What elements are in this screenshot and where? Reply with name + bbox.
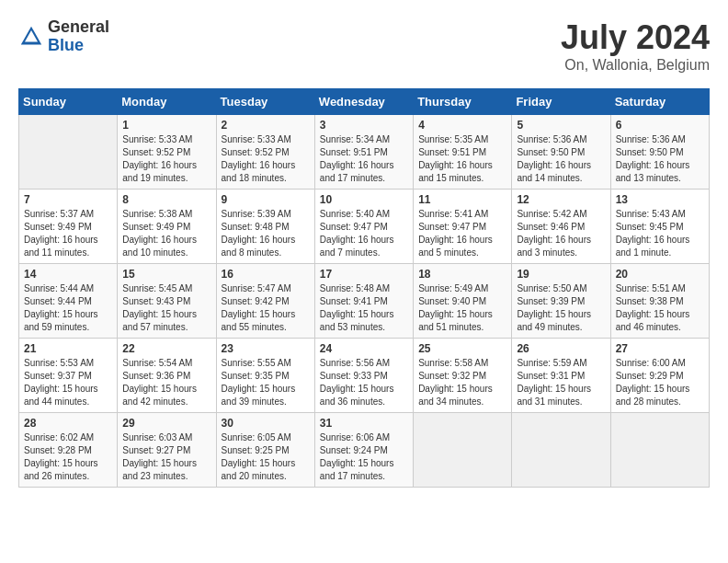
- col-wednesday: Wednesday: [314, 89, 413, 115]
- calendar-cell: 2 Sunrise: 5:33 AMSunset: 9:52 PMDayligh…: [216, 115, 314, 190]
- calendar-week-row: 28 Sunrise: 6:02 AMSunset: 9:28 PMDaylig…: [19, 413, 710, 488]
- calendar-cell: 10 Sunrise: 5:40 AMSunset: 9:47 PMDaylig…: [314, 190, 413, 264]
- day-number: 15: [122, 268, 210, 281]
- day-info: Sunrise: 5:43 AMSunset: 9:45 PMDaylight:…: [616, 208, 704, 259]
- day-number: 25: [418, 342, 506, 355]
- day-number: 23: [222, 342, 310, 355]
- calendar-cell: [19, 115, 118, 190]
- day-info: Sunrise: 5:48 AMSunset: 9:41 PMDaylight:…: [320, 282, 408, 334]
- calendar-cell: 11 Sunrise: 5:41 AMSunset: 9:47 PMDaylig…: [414, 190, 512, 264]
- page-header: General Blue July 2024 On, Wallonia, Bel…: [18, 18, 710, 74]
- day-info: Sunrise: 5:50 AMSunset: 9:39 PMDaylight:…: [517, 282, 605, 334]
- day-info: Sunrise: 5:38 AMSunset: 9:49 PMDaylight:…: [122, 208, 210, 259]
- calendar-week-row: 14 Sunrise: 5:44 AMSunset: 9:44 PMDaylig…: [19, 264, 710, 339]
- calendar-cell: 14 Sunrise: 5:44 AMSunset: 9:44 PMDaylig…: [19, 264, 118, 339]
- calendar-week-row: 21 Sunrise: 5:53 AMSunset: 9:37 PMDaylig…: [19, 339, 710, 413]
- day-info: Sunrise: 5:49 AMSunset: 9:40 PMDaylight:…: [418, 282, 506, 334]
- calendar-cell: 12 Sunrise: 5:42 AMSunset: 9:46 PMDaylig…: [512, 190, 610, 264]
- logo-general-text: General Blue: [48, 18, 109, 55]
- day-number: 6: [616, 119, 704, 132]
- day-info: Sunrise: 6:05 AMSunset: 9:25 PMDaylight:…: [222, 431, 310, 483]
- col-monday: Monday: [118, 89, 216, 115]
- day-number: 16: [222, 268, 310, 281]
- day-number: 12: [517, 193, 605, 206]
- day-number: 26: [517, 342, 605, 355]
- day-number: 18: [418, 268, 506, 281]
- calendar-table: Sunday Monday Tuesday Wednesday Thursday…: [18, 88, 710, 488]
- logo-icon: [18, 24, 44, 50]
- calendar-cell: 8 Sunrise: 5:38 AMSunset: 9:49 PMDayligh…: [118, 190, 216, 264]
- month-year-title: July 2024: [561, 18, 710, 57]
- calendar-cell: [512, 413, 610, 488]
- col-tuesday: Tuesday: [216, 89, 314, 115]
- calendar-cell: 21 Sunrise: 5:53 AMSunset: 9:37 PMDaylig…: [19, 339, 118, 413]
- day-info: Sunrise: 6:06 AMSunset: 9:24 PMDaylight:…: [320, 431, 408, 483]
- calendar-header-row: Sunday Monday Tuesday Wednesday Thursday…: [19, 89, 710, 115]
- calendar-cell: 28 Sunrise: 6:02 AMSunset: 9:28 PMDaylig…: [19, 413, 118, 488]
- day-number: 20: [616, 268, 704, 281]
- calendar-cell: 24 Sunrise: 5:56 AMSunset: 9:33 PMDaylig…: [314, 339, 413, 413]
- calendar-cell: 20 Sunrise: 5:51 AMSunset: 9:38 PMDaylig…: [610, 264, 709, 339]
- calendar-cell: 18 Sunrise: 5:49 AMSunset: 9:40 PMDaylig…: [414, 264, 512, 339]
- calendar-cell: 22 Sunrise: 5:54 AMSunset: 9:36 PMDaylig…: [118, 339, 216, 413]
- calendar-cell: 9 Sunrise: 5:39 AMSunset: 9:48 PMDayligh…: [216, 190, 314, 264]
- day-number: 9: [222, 193, 310, 206]
- calendar-cell: [610, 413, 709, 488]
- day-number: 30: [222, 417, 310, 430]
- day-info: Sunrise: 5:39 AMSunset: 9:48 PMDaylight:…: [222, 208, 310, 259]
- logo: General Blue: [18, 18, 109, 55]
- day-info: Sunrise: 5:55 AMSunset: 9:35 PMDaylight:…: [222, 357, 310, 408]
- day-number: 29: [122, 417, 210, 430]
- day-info: Sunrise: 5:41 AMSunset: 9:47 PMDaylight:…: [418, 208, 506, 259]
- day-info: Sunrise: 5:33 AMSunset: 9:52 PMDaylight:…: [122, 133, 210, 185]
- day-number: 14: [24, 268, 112, 281]
- day-number: 28: [24, 417, 112, 430]
- day-info: Sunrise: 5:54 AMSunset: 9:36 PMDaylight:…: [122, 357, 210, 408]
- day-info: Sunrise: 5:34 AMSunset: 9:51 PMDaylight:…: [320, 133, 408, 185]
- day-number: 7: [24, 193, 112, 206]
- day-info: Sunrise: 5:53 AMSunset: 9:37 PMDaylight:…: [24, 357, 112, 408]
- day-number: 21: [24, 342, 112, 355]
- day-info: Sunrise: 6:02 AMSunset: 9:28 PMDaylight:…: [24, 431, 112, 483]
- day-info: Sunrise: 5:56 AMSunset: 9:33 PMDaylight:…: [320, 357, 408, 408]
- day-number: 8: [122, 193, 210, 206]
- day-info: Sunrise: 5:33 AMSunset: 9:52 PMDaylight:…: [222, 133, 310, 185]
- day-number: 24: [320, 342, 408, 355]
- day-number: 5: [517, 119, 605, 132]
- calendar-cell: [414, 413, 512, 488]
- calendar-cell: 6 Sunrise: 5:36 AMSunset: 9:50 PMDayligh…: [610, 115, 709, 190]
- day-number: 13: [616, 193, 704, 206]
- day-info: Sunrise: 5:51 AMSunset: 9:38 PMDaylight:…: [616, 282, 704, 334]
- day-number: 2: [222, 119, 310, 132]
- calendar-cell: 16 Sunrise: 5:47 AMSunset: 9:42 PMDaylig…: [216, 264, 314, 339]
- calendar-cell: 29 Sunrise: 6:03 AMSunset: 9:27 PMDaylig…: [118, 413, 216, 488]
- calendar-cell: 7 Sunrise: 5:37 AMSunset: 9:49 PMDayligh…: [19, 190, 118, 264]
- calendar-cell: 15 Sunrise: 5:45 AMSunset: 9:43 PMDaylig…: [118, 264, 216, 339]
- calendar-cell: 26 Sunrise: 5:59 AMSunset: 9:31 PMDaylig…: [512, 339, 610, 413]
- day-number: 10: [320, 193, 408, 206]
- calendar-cell: 30 Sunrise: 6:05 AMSunset: 9:25 PMDaylig…: [216, 413, 314, 488]
- col-sunday: Sunday: [19, 89, 118, 115]
- day-number: 11: [418, 193, 506, 206]
- calendar-cell: 13 Sunrise: 5:43 AMSunset: 9:45 PMDaylig…: [610, 190, 709, 264]
- day-info: Sunrise: 5:44 AMSunset: 9:44 PMDaylight:…: [24, 282, 112, 334]
- title-block: July 2024 On, Wallonia, Belgium: [561, 18, 710, 74]
- day-info: Sunrise: 5:36 AMSunset: 9:50 PMDaylight:…: [517, 133, 605, 185]
- day-info: Sunrise: 5:59 AMSunset: 9:31 PMDaylight:…: [517, 357, 605, 408]
- calendar-week-row: 1 Sunrise: 5:33 AMSunset: 9:52 PMDayligh…: [19, 115, 710, 190]
- calendar-cell: 3 Sunrise: 5:34 AMSunset: 9:51 PMDayligh…: [314, 115, 413, 190]
- day-number: 1: [122, 119, 210, 132]
- calendar-cell: 27 Sunrise: 6:00 AMSunset: 9:29 PMDaylig…: [610, 339, 709, 413]
- day-number: 3: [320, 119, 408, 132]
- day-info: Sunrise: 5:37 AMSunset: 9:49 PMDaylight:…: [24, 208, 112, 259]
- calendar-cell: 25 Sunrise: 5:58 AMSunset: 9:32 PMDaylig…: [414, 339, 512, 413]
- day-info: Sunrise: 5:58 AMSunset: 9:32 PMDaylight:…: [418, 357, 506, 408]
- day-info: Sunrise: 6:03 AMSunset: 9:27 PMDaylight:…: [122, 431, 210, 483]
- location-subtitle: On, Wallonia, Belgium: [561, 57, 710, 74]
- day-number: 31: [320, 417, 408, 430]
- calendar-cell: 17 Sunrise: 5:48 AMSunset: 9:41 PMDaylig…: [314, 264, 413, 339]
- day-number: 27: [616, 342, 704, 355]
- calendar-cell: 1 Sunrise: 5:33 AMSunset: 9:52 PMDayligh…: [118, 115, 216, 190]
- day-number: 17: [320, 268, 408, 281]
- day-info: Sunrise: 5:36 AMSunset: 9:50 PMDaylight:…: [616, 133, 704, 185]
